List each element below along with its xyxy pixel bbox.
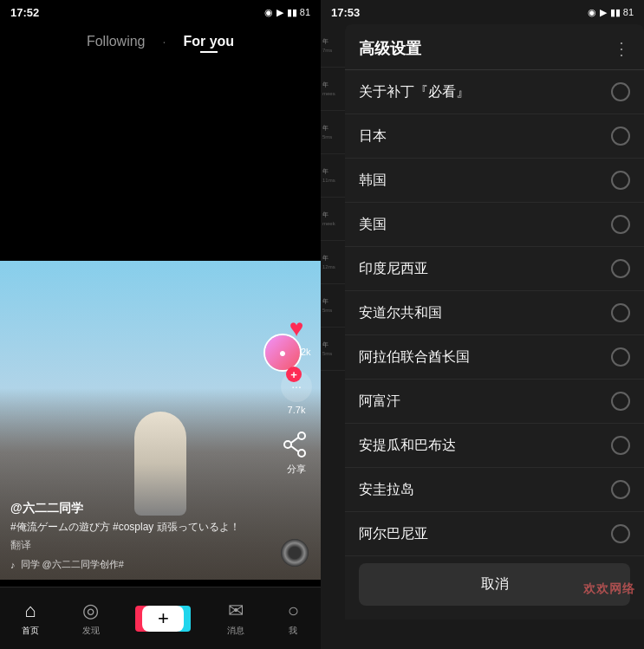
settings-item-label: 安圭拉岛	[359, 481, 414, 499]
bg-list-item: 年 mees	[321, 68, 345, 111]
video-description: #俺流ゲームの遊び方 #cosplay 頑張っているよ！	[10, 520, 269, 535]
nav-tabs: Following · For you	[0, 24, 321, 59]
svg-line-3	[291, 438, 298, 443]
settings-item-label: 美国	[359, 216, 387, 234]
music-info: ♪ 同学 @六二二同学创作#	[10, 558, 269, 571]
music-label: 同学 @六二二同学创作#	[21, 558, 124, 571]
nav-discover[interactable]: ◎ 发现	[82, 600, 100, 637]
settings-title: 高级设置	[359, 38, 421, 59]
background-list: 年 7ms 年 mees 年 5ms 年 11ms 年 meek 年 12ms	[321, 24, 345, 649]
nav-discover-label: 发现	[82, 625, 100, 637]
follow-plus-icon[interactable]: +	[286, 367, 302, 382]
radio-button[interactable]	[611, 82, 630, 101]
status-icons-right: ◉ ▶ ▮▮ 81	[588, 7, 634, 18]
svg-point-2	[298, 450, 305, 457]
nav-messages[interactable]: ✉ 消息	[227, 600, 244, 637]
time-right: 17:53	[331, 6, 360, 19]
signal-icon-right: ◉	[588, 7, 596, 18]
settings-item-usa[interactable]: 美国	[345, 203, 644, 247]
nav-profile[interactable]: ○ 我	[288, 600, 299, 637]
avatar-image: ●	[265, 335, 300, 370]
time-left: 17:52	[10, 6, 39, 19]
creator-name: @六二二同学	[10, 501, 269, 516]
more-icon[interactable]: ⋮	[613, 38, 630, 59]
wifi-icon: ▶	[276, 7, 283, 18]
disc-icon	[281, 539, 309, 567]
video-area[interactable]	[0, 0, 321, 580]
video-info: @六二二同学 #俺流ゲームの遊び方 #cosplay 頑張っているよ！ 翻译 ♪…	[10, 501, 269, 571]
settings-overlay: 年 7ms 年 mees 年 5ms 年 11ms 年 meek 年 12ms	[321, 24, 644, 649]
settings-item-albania[interactable]: 阿尔巴尼亚	[345, 512, 644, 556]
settings-item-label: 关于补丁『必看』	[359, 83, 470, 101]
battery-icon-right: ▮▮ 81	[610, 7, 634, 18]
settings-panel: 高级设置 ⋮ 关于补丁『必看』 日本 韩国 美国	[345, 24, 644, 620]
tab-for-you[interactable]: For you	[183, 34, 234, 49]
radio-button[interactable]	[611, 303, 630, 322]
bg-list-item: 年 5ms	[321, 284, 345, 328]
bg-list-item: 年 7ms	[321, 24, 345, 68]
radio-button[interactable]	[611, 392, 630, 411]
settings-item-andorra[interactable]: 安道尔共和国	[345, 291, 644, 335]
settings-item-label: 日本	[359, 127, 387, 146]
profile-icon: ○	[288, 600, 299, 622]
settings-item-korea[interactable]: 韩国	[345, 159, 644, 203]
bg-list-item: 年 5ms	[321, 328, 345, 371]
radio-button[interactable]	[611, 480, 630, 499]
settings-item-label: 阿富汗	[359, 393, 400, 411]
status-icons-left: ◉ ▶ ▮▮ 81	[264, 7, 310, 18]
wifi-icon-right: ▶	[600, 7, 607, 18]
radio-button[interactable]	[611, 436, 630, 455]
action-buttons: ● + ♥ 761.2k ··· 7.7k	[281, 313, 312, 476]
bg-list-item: 年 5ms	[321, 111, 345, 154]
translate-button[interactable]: 翻译	[10, 538, 269, 553]
music-note-icon: ♪	[10, 560, 16, 570]
watermark: 欢欢网络	[583, 581, 635, 597]
nav-profile-label: 我	[289, 625, 297, 637]
signal-icon: ◉	[264, 7, 273, 18]
settings-item-label: 韩国	[359, 172, 387, 190]
radio-button[interactable]	[611, 259, 630, 278]
share-icon	[281, 429, 312, 460]
music-disc	[281, 539, 309, 567]
message-icon: ✉	[228, 600, 244, 622]
svg-point-1	[284, 441, 291, 448]
settings-item-uae[interactable]: 阿拉伯联合酋长国	[345, 335, 644, 380]
radio-button[interactable]	[611, 127, 630, 146]
comment-count: 7.7k	[288, 405, 306, 415]
tab-following[interactable]: Following	[87, 34, 146, 49]
settings-header: 高级设置 ⋮	[345, 24, 644, 70]
bg-list-item: 年 meek	[321, 198, 345, 241]
settings-item-japan[interactable]: 日本	[345, 114, 644, 159]
radio-button[interactable]	[611, 524, 630, 543]
status-bar-right: 17:53 ◉ ▶ ▮▮ 81	[321, 0, 644, 24]
share-label: 分享	[287, 463, 306, 476]
settings-item-indonesia[interactable]: 印度尼西亚	[345, 247, 644, 291]
nav-home-label: 首页	[22, 625, 39, 637]
home-icon: ⌂	[24, 600, 36, 622]
left-panel: 17:52 ◉ ▶ ▮▮ 81 Following · For you ● + …	[0, 0, 321, 649]
nav-messages-label: 消息	[227, 625, 244, 637]
settings-item-label: 阿拉伯联合酋长国	[359, 348, 470, 367]
settings-item-afghanistan[interactable]: 阿富汗	[345, 380, 644, 424]
settings-item-label: 安道尔共和国	[359, 304, 442, 322]
status-bar-left: 17:52 ◉ ▶ ▮▮ 81	[0, 0, 321, 24]
nav-separator: ·	[163, 35, 166, 49]
settings-item-patch[interactable]: 关于补丁『必看』	[345, 70, 644, 114]
radio-button[interactable]	[611, 171, 630, 190]
settings-item-label: 印度尼西亚	[359, 260, 428, 278]
svg-point-0	[298, 432, 305, 439]
settings-item-anguilla[interactable]: 安圭拉岛	[345, 468, 644, 512]
settings-item-label: 安提瓜和巴布达	[359, 437, 456, 455]
radio-button[interactable]	[611, 347, 630, 367]
settings-item-label: 阿尔巴尼亚	[359, 525, 428, 543]
bottom-nav: ⌂ 首页 ◎ 发现 + ✉ 消息 ○ 我	[0, 587, 321, 649]
svg-line-4	[291, 446, 298, 451]
radio-button[interactable]	[611, 215, 630, 234]
share-button[interactable]: 分享	[281, 429, 312, 476]
nav-home[interactable]: ⌂ 首页	[22, 600, 39, 637]
settings-list: 关于补丁『必看』 日本 韩国 美国 印度尼西亚	[345, 70, 644, 556]
create-button[interactable]: +	[142, 606, 184, 632]
discover-icon: ◎	[82, 600, 99, 622]
nav-create[interactable]: +	[142, 606, 184, 632]
settings-item-antigua[interactable]: 安提瓜和巴布达	[345, 424, 644, 468]
